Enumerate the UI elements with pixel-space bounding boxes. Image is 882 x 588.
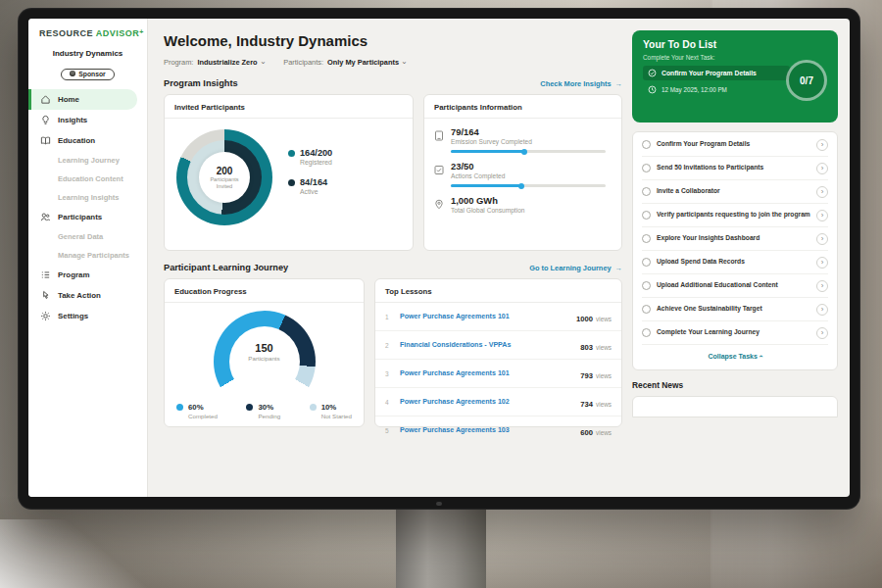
map-pin-icon	[434, 196, 444, 208]
sponsor-badge[interactable]: Sponsor	[61, 69, 115, 80]
go-to-learning-journey-link[interactable]: Go to Learning Journey →	[529, 264, 622, 272]
clock-icon	[648, 85, 657, 94]
card-title: Top Lessons	[375, 279, 621, 303]
lesson-views-unit: views	[596, 429, 612, 436]
sidebar-item-insights[interactable]: Insights	[28, 110, 147, 130]
gauge-center-value: 150	[214, 342, 316, 354]
chevron-right-icon[interactable]: ›	[816, 186, 828, 198]
todo-item-send-invitations[interactable]: Send 50 Invitations to Participants ›	[642, 157, 828, 180]
checkbox-icon[interactable]	[642, 328, 651, 337]
sidebar-item-program[interactable]: Program	[28, 265, 147, 285]
chevron-right-icon[interactable]: ›	[816, 257, 828, 269]
chevron-up-icon: ›	[757, 355, 765, 358]
chevron-right-icon[interactable]: ›	[816, 139, 828, 151]
sidebar-item-general-data[interactable]: General Data	[28, 227, 147, 246]
todo-item-explore-insights[interactable]: Explore Your Insights Dashboard ›	[642, 227, 828, 251]
organization-name: Industry Dynamics	[28, 49, 147, 58]
todo-title: Your To Do List	[643, 39, 827, 50]
check-more-insights-link[interactable]: Check More Insights →	[540, 79, 622, 88]
participants-filter-label: Participants:	[283, 58, 323, 67]
todo-item-label: Upload Additional Educational Content	[657, 281, 810, 290]
page-title: Welcome, Industry Dynamics	[164, 32, 622, 49]
todo-panel: Your To Do List Complete Your Next Task:…	[632, 19, 850, 497]
program-insights-header: Program Insights Check More Insights →	[164, 78, 622, 88]
card-title: Invited Participants	[165, 95, 413, 119]
gear-icon	[40, 311, 51, 321]
stat-label: Emission Survey Completed	[451, 138, 606, 145]
lesson-link[interactable]: Power Purchase Agreements 101	[400, 369, 573, 377]
todo-item-label: Explore Your Insights Dashboard	[657, 234, 810, 243]
todo-item-label: Verify participants requesting to join t…	[657, 211, 810, 220]
todo-item-complete-learning-journey[interactable]: Complete Your Learning Journey ›	[642, 321, 828, 345]
program-filter[interactable]: Program: Industrialize Zero ›	[164, 58, 264, 67]
sidebar-item-settings[interactable]: Settings	[28, 306, 147, 326]
checkbox-icon[interactable]	[642, 211, 651, 220]
progress-track	[451, 184, 606, 187]
todo-item-upload-educational-content[interactable]: Upload Additional Educational Content ›	[642, 274, 828, 298]
check-circle-icon	[648, 69, 657, 77]
checkbox-icon[interactable]	[642, 164, 651, 172]
lesson-views: 793	[580, 371, 593, 380]
sidebar: RESOURCE ADVISOR+ Industry Dynamics Spon…	[28, 19, 148, 497]
legend-label: Registered	[300, 159, 332, 166]
next-task-label: Confirm Your Program Details	[662, 70, 757, 76]
lesson-views: 803	[580, 343, 593, 352]
checkbox-icon[interactable]	[642, 234, 651, 243]
sidebar-item-take-action[interactable]: Take Action	[28, 285, 147, 306]
lesson-row: 4 Power Purchase Agreements 102 734views	[375, 388, 621, 416]
collapse-tasks-label: Collapse Tasks	[708, 353, 757, 360]
stat-value: 79/164	[451, 126, 606, 137]
logo-secondary: ADVISOR	[96, 28, 140, 38]
lesson-row: 1 Power Purchase Agreements 101 1000view…	[375, 303, 621, 331]
education-progress-card: Education Progress 150 Participants 60	[164, 278, 365, 427]
todo-item-label: Complete Your Learning Journey	[657, 328, 810, 337]
chevron-down-icon: ›	[400, 61, 408, 64]
sidebar-item-participants[interactable]: Participants	[28, 207, 147, 227]
sidebar-item-education-content[interactable]: Education Content	[28, 170, 147, 188]
lesson-views-unit: views	[596, 372, 612, 379]
participants-filter-value: Only My Participants	[327, 58, 399, 67]
donut-center-label: Participants Invited	[205, 176, 244, 189]
sidebar-item-label: Participants	[58, 213, 102, 221]
checkbox-icon[interactable]	[642, 187, 651, 196]
sidebar-item-manage-participants[interactable]: Manage Participants	[28, 246, 147, 265]
lesson-link[interactable]: Power Purchase Agreements 102	[400, 398, 573, 406]
collapse-tasks-button[interactable]: Collapse Tasks ›	[642, 345, 828, 368]
background-scene: RESOURCE ADVISOR+ Industry Dynamics Spon…	[0, 0, 882, 588]
chevron-down-icon: ›	[259, 61, 267, 64]
arrow-right-icon: →	[615, 79, 622, 88]
chevron-right-icon[interactable]: ›	[816, 304, 828, 316]
todo-list-card: Confirm Your Program Details › Send 50 I…	[632, 131, 838, 370]
checkbox-icon[interactable]	[642, 305, 651, 314]
section-title: Program Insights	[164, 78, 238, 88]
chevron-right-icon[interactable]: ›	[816, 280, 828, 292]
next-task-row[interactable]: Confirm Your Program Details	[643, 66, 790, 80]
recent-news-title: Recent News	[632, 380, 838, 390]
checklist-icon	[434, 162, 444, 173]
legend-value: 10%	[321, 403, 337, 412]
sidebar-item-education[interactable]: Education	[28, 130, 147, 151]
checkbox-icon[interactable]	[642, 258, 651, 267]
legend-dot	[310, 404, 317, 411]
chevron-right-icon[interactable]: ›	[816, 233, 828, 245]
lesson-link[interactable]: Power Purchase Agreements 103	[400, 426, 573, 434]
chevron-right-icon[interactable]: ›	[816, 327, 828, 339]
todo-item-achieve-target[interactable]: Achieve One Sustainability Target ›	[642, 298, 828, 321]
checkbox-icon[interactable]	[642, 281, 651, 290]
todo-item-confirm-program[interactable]: Confirm Your Program Details ›	[642, 133, 828, 157]
todo-item-invite-collaborator[interactable]: Invite a Collaborator ›	[642, 180, 828, 204]
participants-filter[interactable]: Participants: Only My Participants ›	[283, 58, 405, 67]
sidebar-item-learning-insights[interactable]: Learning Insights	[28, 188, 147, 207]
chevron-right-icon[interactable]: ›	[816, 163, 828, 174]
sidebar-item-learning-journey[interactable]: Learning Journey	[28, 151, 147, 170]
todo-item-upload-spend-data[interactable]: Upload Spend Data Records ›	[642, 251, 828, 274]
todo-item-verify-participants[interactable]: Verify participants requesting to join t…	[642, 204, 828, 227]
lesson-link[interactable]: Financial Considerations - VPPAs	[400, 341, 573, 349]
sidebar-item-home[interactable]: Home	[28, 89, 137, 110]
checkbox-icon[interactable]	[642, 140, 651, 149]
lesson-link[interactable]: Power Purchase Agreements 101	[400, 313, 569, 320]
next-task-due: 12 May 2025, 12:00 PM	[662, 86, 727, 93]
monitor-frame: RESOURCE ADVISOR+ Industry Dynamics Spon…	[18, 8, 860, 510]
gauge-hole	[229, 326, 300, 397]
chevron-right-icon[interactable]: ›	[816, 210, 828, 221]
